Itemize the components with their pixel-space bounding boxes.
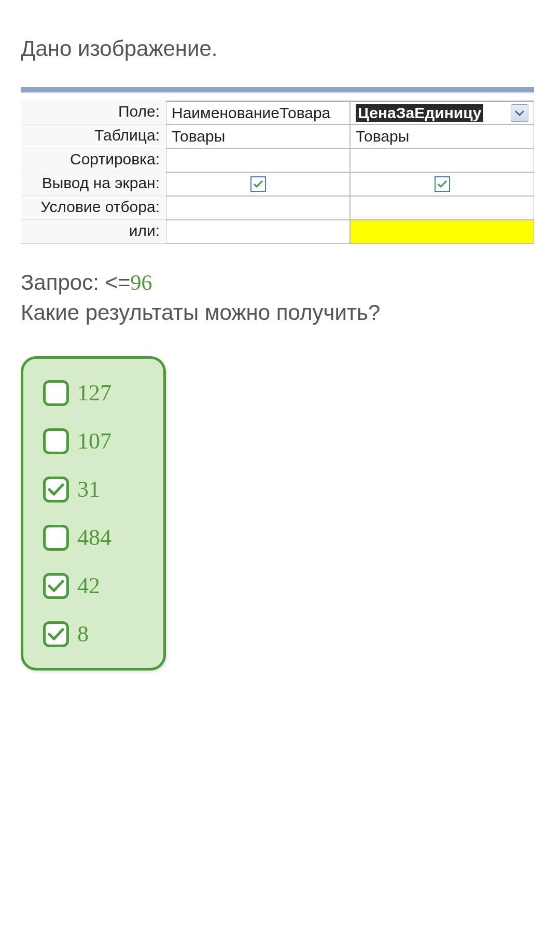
query-text: Запрос: <=96 <box>21 270 539 295</box>
grid-col2-sort[interactable] <box>350 148 534 172</box>
option-checkbox-4[interactable] <box>43 573 69 599</box>
grid-col2-table[interactable]: Товары <box>350 124 534 148</box>
option-checkbox-5[interactable] <box>43 621 69 647</box>
option-label-5: 8 <box>77 621 89 647</box>
option-row-3[interactable]: 484 <box>43 524 144 551</box>
option-checkbox-0[interactable] <box>43 380 69 406</box>
grid-label-table: Таблица: <box>21 124 166 148</box>
option-row-0[interactable]: 127 <box>43 380 144 406</box>
col1-table-value: Товары <box>172 128 225 145</box>
option-row-5[interactable]: 8 <box>43 621 144 647</box>
option-checkbox-1[interactable] <box>43 428 69 454</box>
col2-field-value-selected: ЦенаЗаЕдиницу <box>356 104 483 122</box>
grid-col2-or-highlighted[interactable] <box>350 220 534 244</box>
option-row-4[interactable]: 42 <box>43 572 144 599</box>
option-label-4: 42 <box>77 572 100 599</box>
option-checkbox-2[interactable] <box>43 477 69 502</box>
dropdown-arrow-icon[interactable] <box>511 104 528 122</box>
col1-field-value: НаименованиеТовара <box>172 104 330 122</box>
grid-label-or: или: <box>21 220 166 244</box>
query-designer-grid: Поле: НаименованиеТовара ЦенаЗаЕдиницу Т… <box>21 87 534 244</box>
grid-label-field: Поле: <box>21 101 166 124</box>
option-label-1: 107 <box>77 428 111 454</box>
answer-options-panel: 127 107 31 484 42 8 <box>21 356 166 670</box>
grid-col2-criteria[interactable] <box>350 196 534 220</box>
grid-col1-criteria[interactable] <box>166 196 350 220</box>
query-value: 96 <box>131 271 152 295</box>
grid-label-criteria: Условие отбора: <box>21 196 166 220</box>
grid-col2-field[interactable]: ЦенаЗаЕдиницу <box>350 101 534 124</box>
option-row-1[interactable]: 107 <box>43 428 144 454</box>
col2-table-value: Товары <box>356 128 409 145</box>
grid-col1-show[interactable] <box>166 172 350 196</box>
grid-label-sort: Сортировка: <box>21 148 166 172</box>
grid-col1-table[interactable]: Товары <box>166 124 350 148</box>
option-row-2[interactable]: 31 <box>43 476 144 502</box>
grid-label-show: Вывод на экран: <box>21 172 166 196</box>
query-prefix: Запрос: <= <box>21 270 131 295</box>
option-label-0: 127 <box>77 380 111 406</box>
grid-col1-field[interactable]: НаименованиеТовара <box>166 101 350 124</box>
option-label-3: 484 <box>77 524 111 551</box>
option-label-2: 31 <box>77 476 100 502</box>
grid-col1-or[interactable] <box>166 220 350 244</box>
question-text: Какие результаты можно получить? <box>21 300 539 325</box>
grid-col1-sort[interactable] <box>166 148 350 172</box>
checkbox-show-col1[interactable] <box>250 176 266 192</box>
checkbox-show-col2[interactable] <box>435 176 450 192</box>
grid-col2-show[interactable] <box>350 172 534 196</box>
intro-text: Дано изображение. <box>21 36 539 61</box>
option-checkbox-3[interactable] <box>43 525 69 551</box>
